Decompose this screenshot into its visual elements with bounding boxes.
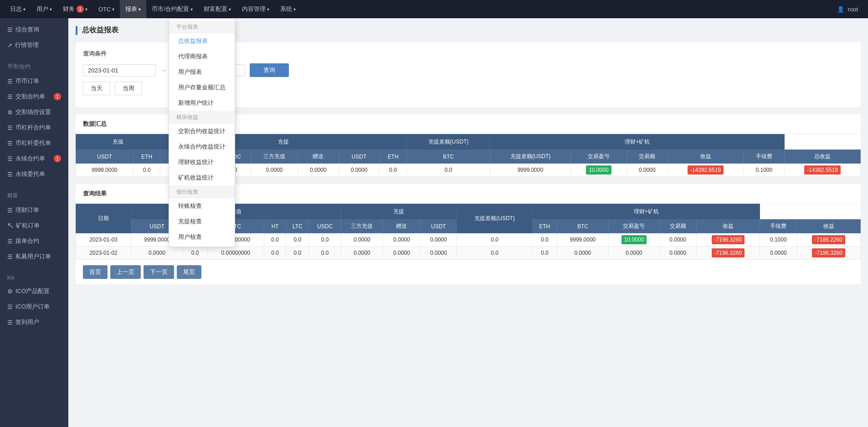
row-w-usdt: 0.0000 bbox=[420, 233, 457, 247]
row-w-eth: 0.0 bbox=[457, 247, 533, 260]
sidebar-item-coin-order[interactable]: ☰ 币币订单 bbox=[0, 73, 68, 89]
sidebar-item-ico-user[interactable]: ☰ ICO用户订单 bbox=[0, 299, 68, 314]
arrow-icon: ▾ bbox=[229, 7, 231, 12]
sidebar-item-leverage-order[interactable]: ☰ 币杠杆合约单 bbox=[0, 120, 68, 135]
sidebar-item-overview[interactable]: ☰ 综合查询 bbox=[0, 22, 68, 37]
last-page-button[interactable]: 尾页 bbox=[177, 265, 201, 279]
sidebar-section-title-ico: ico bbox=[0, 272, 68, 283]
row-btc: 0.00000000 bbox=[207, 247, 264, 260]
pagination: 首页 上一页 下一页 尾页 bbox=[76, 260, 861, 284]
row-trading-pl: 0.0000 bbox=[609, 247, 659, 260]
settings-icon: ⚙ bbox=[7, 109, 13, 116]
table-row: 2023-01-02 0.0000 0.0 0.00000000 0.0 0.0… bbox=[76, 247, 861, 260]
dropdown-section-audit: 假分核查 bbox=[169, 185, 235, 198]
dropdown-finance-income[interactable]: 理财收益统计 bbox=[169, 154, 235, 170]
next-page-button[interactable]: 下一页 bbox=[144, 265, 174, 279]
sh-trading-pl: 交易盈亏 bbox=[570, 150, 627, 164]
sum-trading-pl: 10.0000 bbox=[570, 164, 627, 177]
sh-finance-income: 收益 bbox=[668, 150, 744, 164]
row-w-btc: 0.0 bbox=[532, 233, 557, 247]
nav-system[interactable]: 系统▾ bbox=[275, 0, 301, 18]
sidebar-item-perpetual-entrust[interactable]: ☰ 永续委托单 bbox=[0, 166, 68, 182]
rsh-fee: 手续费 bbox=[760, 220, 797, 233]
sidebar-label-p-entrust: 永续委托单 bbox=[15, 170, 45, 178]
dropdown-total-report[interactable]: 总收益报表 bbox=[169, 33, 235, 49]
row-usdc: 0.0 bbox=[309, 247, 341, 260]
sidebar-label-coin-order: 币币订单 bbox=[15, 77, 39, 85]
sidebar-item-leverage-entrust[interactable]: ☰ 币杠杆委托单 bbox=[0, 135, 68, 151]
query-button[interactable]: 查询 bbox=[250, 63, 289, 77]
arrow-icon: ▾ bbox=[23, 7, 26, 12]
rsh-w-btc: BTC bbox=[557, 220, 609, 233]
sum-eth: 0.0 bbox=[133, 164, 160, 177]
sidebar-item-perpetual-order[interactable]: ☰ 永续合约单 1 bbox=[0, 151, 68, 166]
nav-user[interactable]: 用户▾ bbox=[31, 0, 57, 18]
sidebar-item-delivery-order[interactable]: ☰ 交割合约单 1 bbox=[0, 89, 68, 104]
today-button[interactable]: 当天 bbox=[83, 82, 110, 95]
total-income-badge: -7186.2260 bbox=[812, 235, 845, 244]
dropdown-transfer-audit[interactable]: 转账核查 bbox=[169, 198, 235, 214]
dropdown-new-user-stats[interactable]: 新增用户统计 bbox=[169, 95, 235, 111]
prev-page-button[interactable]: 上一页 bbox=[110, 265, 141, 279]
start-date-input[interactable] bbox=[83, 64, 156, 77]
sum-trading-pl-badge: 10.0000 bbox=[586, 165, 611, 175]
dropdown-section-platform: 平台报表 bbox=[169, 21, 235, 33]
sidebar-item-copy-order[interactable]: ☰ 跟单合约 bbox=[0, 233, 68, 249]
nav-report[interactable]: 报表▾ bbox=[120, 0, 146, 18]
dropdown-delivery-income[interactable]: 交割合约收益统计 bbox=[169, 123, 235, 139]
nav-wealth-config[interactable]: 财富配置▾ bbox=[198, 0, 236, 18]
sum-fee: 0.1000 bbox=[744, 164, 785, 177]
row-trading-vol: 0.0000 bbox=[659, 247, 696, 260]
dropdown-mining-income[interactable]: 矿机收益统计 bbox=[169, 170, 235, 185]
row-trading-pl: 10.0000 bbox=[609, 233, 659, 247]
row-bonus: 0.0000 bbox=[383, 233, 420, 247]
rsh-third: 三方充值 bbox=[341, 220, 383, 233]
rsh-w-usdt: USDT bbox=[420, 220, 457, 233]
sidebar-section-wealth: 财富 ☰ 理财订单 ⛏ 矿机订单 ☰ 跟单合约 ☰ 私募用户订单 bbox=[0, 185, 68, 268]
sidebar-label-leverage: 币杠杆合约单 bbox=[15, 123, 51, 132]
sidebar-label-entrust: 币杠杆委托单 bbox=[15, 139, 51, 147]
sidebar-item-market[interactable]: ↗ 行情管理 bbox=[0, 37, 68, 53]
dropdown-deposit-audit[interactable]: 充提核查 bbox=[169, 214, 235, 229]
sidebar-item-checkin-user[interactable]: ☰ 签到用户 bbox=[0, 314, 68, 330]
entrust-icon: ☰ bbox=[7, 140, 13, 147]
finance-income-badge: -7196.3260 bbox=[712, 235, 745, 244]
dropdown-perpetual-income[interactable]: 永续合约收益统计 bbox=[169, 139, 235, 154]
row-ht: 0.0 bbox=[264, 233, 286, 247]
p-entrust-icon: ☰ bbox=[7, 171, 13, 178]
row-third: 0.0000 bbox=[341, 233, 383, 247]
nav-otc[interactable]: OTC▾ bbox=[93, 0, 120, 18]
row-finance: -7196.3260 bbox=[696, 247, 760, 260]
sidebar-item-ico-product[interactable]: ⚙ ICO产品配置 bbox=[0, 283, 68, 299]
nav-diary[interactable]: 日志▾ bbox=[5, 0, 31, 18]
sidebar-item-mining-order[interactable]: ⛏ 矿机订单 bbox=[0, 218, 68, 233]
rsh-trading-pl: 交易盈亏 bbox=[609, 220, 659, 233]
sidebar-item-finance-order[interactable]: ☰ 理财订单 bbox=[0, 202, 68, 218]
sh-w-btc: BTC bbox=[406, 150, 490, 164]
perpetual-icon: ☰ bbox=[7, 155, 13, 162]
week-button[interactable]: 当周 bbox=[115, 82, 142, 95]
dropdown-agent-report[interactable]: 代理商报表 bbox=[169, 49, 235, 64]
sidebar-item-private-order[interactable]: ☰ 私募用户订单 bbox=[0, 249, 68, 264]
row-usdc: 0.0 bbox=[309, 233, 341, 247]
row-total: -7186.2260 bbox=[797, 233, 861, 247]
row-ltc: 0.0 bbox=[286, 233, 309, 247]
coin-order-icon: ☰ bbox=[7, 78, 13, 85]
sidebar-label-finance-order: 理财订单 bbox=[15, 206, 39, 214]
sh-trading-vol: 交易额 bbox=[627, 150, 668, 164]
dropdown-user-report[interactable]: 用户报表 bbox=[169, 64, 235, 80]
sum-usdt: 9999.0000 bbox=[76, 164, 134, 177]
dropdown-section-module: 模块收益 bbox=[169, 111, 235, 123]
nav-coin-config[interactable]: 币市/合约配置▾ bbox=[146, 0, 198, 18]
first-page-button[interactable]: 首页 bbox=[83, 265, 108, 279]
summary-recharge-col-group: 充值 bbox=[76, 134, 160, 150]
sidebar-item-delivery-settings[interactable]: ⚙ 交割场控设置 bbox=[0, 104, 68, 120]
sidebar-label-delivery-settings: 交割场控设置 bbox=[15, 108, 51, 116]
dropdown-user-audit[interactable]: 用户核查 bbox=[169, 229, 235, 245]
row-fee: 0.0000 bbox=[760, 247, 797, 260]
nav-content[interactable]: 内容管理▾ bbox=[236, 0, 275, 18]
sidebar-label-ico-user: ICO用户订单 bbox=[15, 303, 50, 311]
dropdown-user-balance[interactable]: 用户存量金额汇总 bbox=[169, 80, 235, 95]
user-area[interactable]: 👤 root bbox=[832, 6, 863, 13]
nav-finance[interactable]: 财务1▾ bbox=[57, 0, 93, 18]
